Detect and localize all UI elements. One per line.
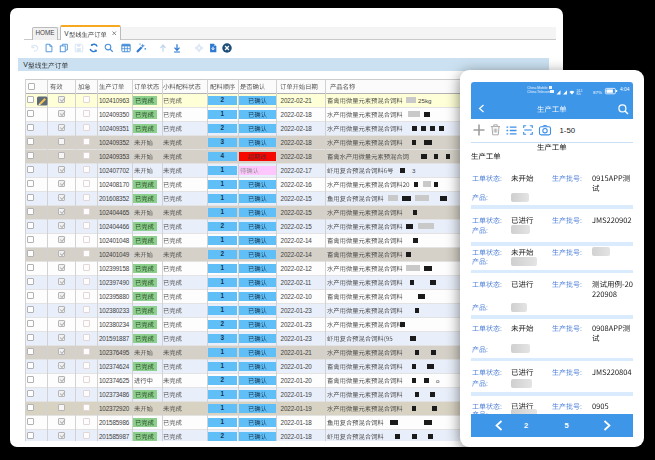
svg-text:87%: 87%: [593, 90, 602, 95]
svg-text:K/s: K/s: [577, 92, 582, 96]
